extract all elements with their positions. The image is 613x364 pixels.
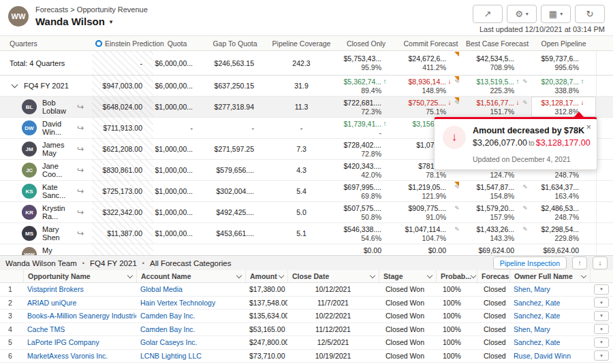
edit-pencil-icon[interactable]: ✎ bbox=[521, 205, 529, 212]
row-label-cell[interactable]: MSMary Shen↪ bbox=[0, 223, 92, 244]
commit-forecast-cell[interactable]: $750,725....↓✎75.1% bbox=[398, 97, 463, 117]
owner-name-link[interactable]: Shen, Mary bbox=[509, 325, 590, 333]
row-actions-button[interactable]: ▾ bbox=[594, 297, 609, 308]
closed-only-cell[interactable]: $728,402....72.8% bbox=[334, 139, 398, 159]
jump-to-icon[interactable]: ↪ bbox=[77, 229, 84, 238]
opportunity-name-link[interactable]: MarketAxess Varonis Inc. bbox=[23, 352, 136, 360]
jump-to-icon[interactable]: ↪ bbox=[77, 186, 84, 196]
row-actions-button[interactable]: ▾ bbox=[594, 311, 609, 321]
owner-name-link[interactable]: Sanchez, Kate bbox=[509, 299, 590, 307]
jump-to-icon[interactable]: ↪ bbox=[77, 165, 84, 175]
open-pipeline-cell[interactable]: $59,737,6...995.6% bbox=[531, 51, 596, 75]
share-icon: ↗ bbox=[484, 9, 492, 19]
closed-only-cell[interactable]: $697,995....69.8% bbox=[334, 181, 398, 201]
close-icon[interactable]: × bbox=[586, 122, 591, 132]
open-pipeline-cell[interactable]: $20,328,7...↑338.8% bbox=[531, 76, 596, 96]
best-case-forecast-cell[interactable]: $42,534,5...708.9% bbox=[463, 51, 531, 75]
row-actions-button[interactable]: ▾ bbox=[594, 350, 609, 361]
column-header-probab[interactable]: Probab... bbox=[436, 270, 477, 282]
open-pipeline-cell[interactable]: $3,128,17...↓312.8% bbox=[531, 97, 596, 117]
columns-button[interactable]: ▦▾ bbox=[541, 5, 571, 23]
column-header-account-name[interactable]: Account Name bbox=[136, 270, 245, 282]
collapse-panel-button[interactable]: ↓ bbox=[593, 257, 608, 269]
commit-forecast-cell[interactable]: $909,775....✎91.0% bbox=[398, 202, 463, 222]
open-pipeline-cell[interactable]: $2,298,54...229.8% bbox=[531, 223, 596, 244]
refresh-button[interactable]: ↻ bbox=[575, 5, 605, 23]
chevron-down-icon[interactable] bbox=[12, 82, 18, 88]
column-header-stage[interactable]: Stage bbox=[379, 270, 436, 282]
closed-only-cell[interactable]: $5,362,74...↑89.4% bbox=[334, 76, 398, 96]
commit-forecast-cell[interactable]: $8,936,14...↓✎148.9% bbox=[398, 76, 463, 96]
owner-name-link[interactable]: Ruse, David Winn bbox=[509, 352, 590, 360]
jump-to-icon[interactable]: ↪ bbox=[77, 102, 84, 112]
row-label-cell[interactable]: BLBob Loblaw↪ bbox=[0, 97, 92, 117]
closed-only-cell[interactable]: $507,575....50.8% bbox=[334, 202, 398, 222]
owner-name-link[interactable]: Sanchez, Kate bbox=[509, 312, 590, 320]
row-label-cell[interactable]: FQ4 FY 2021 bbox=[0, 76, 92, 96]
row-label-cell[interactable]: KRKrystin Ra...↪ bbox=[0, 202, 92, 222]
row-label-cell[interactable]: JMJames May↪ bbox=[0, 139, 92, 159]
row-actions-button[interactable]: ▾ bbox=[594, 337, 609, 348]
commit-forecast-cell[interactable]: $1,047,114...✎104.7% bbox=[398, 223, 463, 244]
column-header-close-date[interactable]: Close Date bbox=[287, 270, 379, 282]
best-case-forecast-cell[interactable]: $1,579,20...✎157.9% bbox=[463, 202, 531, 222]
expand-panel-button[interactable]: ↑ bbox=[572, 257, 587, 269]
account-name-link[interactable]: Camden Bay Inc. bbox=[136, 325, 245, 333]
edit-pencil-icon[interactable]: ✎ bbox=[453, 226, 461, 233]
closed-only-cell[interactable]: $420,343....42.0% bbox=[334, 160, 398, 180]
user-selector[interactable]: Wanda Wilson ▾ bbox=[35, 16, 148, 27]
row-label-cell[interactable]: JCJane Coo...↪ bbox=[0, 160, 92, 180]
best-case-forecast-cell[interactable]: $1,516,77...↓✎151.7% bbox=[463, 97, 531, 117]
closed-only-cell[interactable]: $722,681....72.3% bbox=[334, 97, 398, 117]
pipeline-inspection-button[interactable]: Pipeline Inspection bbox=[493, 257, 567, 269]
share-button[interactable]: ↗ bbox=[473, 5, 503, 23]
closed-only-cell[interactable]: $1,739,41...↑- bbox=[334, 118, 398, 138]
edit-pencil-icon[interactable]: ✎ bbox=[521, 184, 529, 191]
closed-only-cell[interactable]: $0.00 bbox=[334, 244, 398, 255]
column-header-best-case-forecast: Best Case Forecast bbox=[463, 36, 531, 50]
settings-button[interactable]: ⚙▾ bbox=[507, 5, 537, 23]
open-pipeline-cell[interactable]: $2,486,53...248.7% bbox=[531, 202, 596, 222]
open-pipeline-cell[interactable]: $1,634,37...163.4% bbox=[531, 181, 596, 201]
opportunity-name-link[interactable]: Cache TMS bbox=[23, 325, 136, 333]
owner-name-link[interactable]: Sanchez, Kate bbox=[509, 338, 590, 346]
account-name-link[interactable]: LCNB Lighting LLC bbox=[136, 352, 245, 360]
row-label-cell[interactable]: WWMy Opportunities bbox=[0, 244, 92, 255]
account-name-link[interactable]: Hain Vertex Technology bbox=[136, 299, 245, 307]
owner-name-link[interactable]: Shen, Mary bbox=[509, 285, 590, 293]
best-case-forecast-cell[interactable]: $1,433,26...✎143.3% bbox=[463, 223, 531, 244]
row-actions-button[interactable]: ▾ bbox=[594, 324, 609, 334]
account-name-link[interactable]: Camden Bay Inc. bbox=[136, 312, 245, 320]
jump-to-icon[interactable]: ↪ bbox=[77, 144, 84, 154]
closed-only-cell[interactable]: $5,753,43...95.9% bbox=[334, 51, 398, 75]
column-header-opportunity-name[interactable]: Opportunity Name bbox=[23, 270, 136, 282]
commit-forecast-cell[interactable]: $1,219,05...✎121.9% bbox=[398, 181, 463, 201]
commit-forecast-cell[interactable]: $24,672,6...411.2% bbox=[398, 51, 463, 75]
open-pipeline-cell[interactable]: $69,624.00 bbox=[531, 244, 596, 255]
account-name-link[interactable]: Global Media bbox=[136, 285, 245, 293]
commit-forecast-cell[interactable]: $0.00 bbox=[398, 244, 463, 255]
account-name-link[interactable]: Golar Caseys Inc. bbox=[136, 338, 245, 346]
row-label-cell[interactable]: KSKate Sanc...↪ bbox=[0, 181, 92, 201]
row-label-cell[interactable]: DWDavid Win...↪ bbox=[0, 118, 92, 138]
edit-pencil-icon[interactable]: ✎ bbox=[521, 226, 529, 233]
row-actions-button[interactable]: ▾ bbox=[594, 284, 609, 295]
jump-to-icon[interactable]: ↪ bbox=[77, 123, 84, 133]
best-case-forecast-cell[interactable]: $69,624.00 bbox=[463, 244, 531, 255]
edit-pencil-icon[interactable]: ✎ bbox=[521, 99, 529, 106]
opportunity-name-link[interactable]: ARIAD uniQure bbox=[23, 299, 136, 307]
column-header-owner-full-name[interactable]: Owner Full Name bbox=[509, 270, 590, 282]
edit-pencil-icon[interactable]: ✎ bbox=[521, 78, 529, 85]
percent-of-quota: 157.9% bbox=[490, 213, 514, 222]
column-header-forecas[interactable]: Forecas... bbox=[477, 270, 509, 282]
edit-pencil-icon[interactable]: ✎ bbox=[453, 205, 461, 212]
column-header-amount[interactable]: Amount bbox=[245, 270, 287, 282]
closed-only-cell[interactable]: $546,338....54.6% bbox=[334, 223, 398, 244]
opportunity-name-link[interactable]: Books-A-Million Seanergy Industries bbox=[23, 312, 136, 320]
row-spare bbox=[596, 160, 613, 180]
opportunity-name-link[interactable]: Vistaprint Brokers bbox=[23, 285, 136, 293]
best-case-forecast-cell[interactable]: $13,519,5...↑✎225.3% bbox=[463, 76, 531, 96]
opportunity-name-link[interactable]: LaPorte IPG Company bbox=[23, 338, 136, 346]
jump-to-icon[interactable]: ↪ bbox=[77, 208, 84, 217]
best-case-forecast-cell[interactable]: $1,547,87...✎154.8% bbox=[463, 181, 531, 201]
